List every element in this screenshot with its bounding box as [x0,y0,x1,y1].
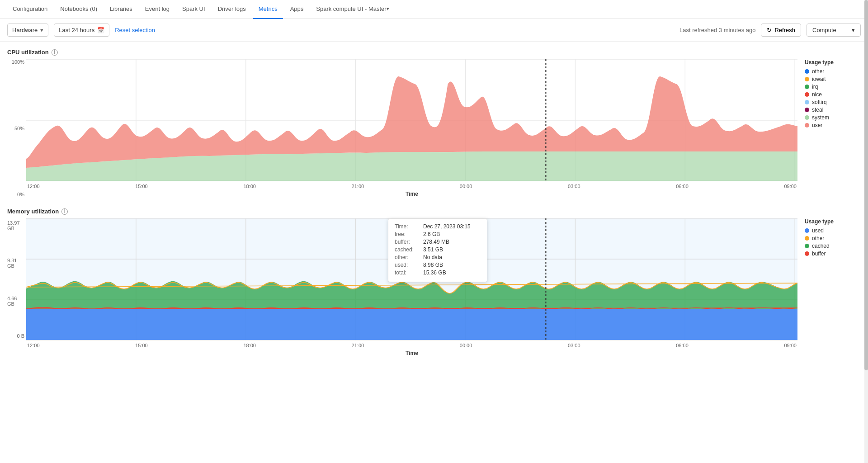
legend-dot-irq [805,85,809,89]
legend-dot-steal [805,108,809,112]
refresh-icon: ↻ [767,27,772,33]
memory-y-axis: 13.97 GB 9.31 GB 4.66 GB 0 B [7,218,26,340]
cpu-chart-container: 100% 50% 0% [7,59,861,197]
date-range-picker[interactable]: Last 24 hours 📅 [54,24,109,37]
nav-item-eventlog[interactable]: Event log [140,0,175,19]
mem-legend-dot-cached [805,244,809,248]
cpu-y-axis: 100% 50% 0% [7,59,26,197]
date-range-label: Last 24 hours [59,27,94,33]
hardware-label: Hardware [12,27,38,33]
compute-label: Compute [812,27,836,33]
main-content: CPU utilization i 100% 50% 0% [0,42,868,374]
cpu-chart-svg: 12:00 15:00 18:00 21:00 00:00 03:00 06:0… [26,59,797,197]
nav-item-notebooks[interactable]: Notebooks (0) [55,0,103,19]
memory-chart-title: Memory utilization i [7,208,861,215]
legend-dot-softirq [805,100,809,104]
scrollbar-track[interactable] [864,0,868,374]
mem-legend-item-other: other [805,235,861,241]
legend-item-steal: steal [805,107,861,113]
refresh-button[interactable]: ↻ Refresh [761,24,801,37]
legend-dot-user [805,123,809,128]
nav-item-configuration[interactable]: Configuration [7,0,53,19]
nav-item-driverlogs[interactable]: Driver logs [212,0,251,19]
calendar-icon: 📅 [97,27,104,33]
legend-item-nice: nice [805,91,861,98]
refresh-label: Refresh [774,27,795,33]
cpu-chart-title: CPU utilization i [7,49,861,56]
legend-dot-system [805,115,809,120]
mem-legend-item-buffer: buffer [805,250,861,257]
cpu-chart-section: CPU utilization i 100% 50% 0% [7,49,861,197]
legend-item-irq: irq [805,84,861,90]
legend-dot-iowait [805,77,809,81]
nav-item-libraries[interactable]: Libraries [104,0,138,19]
cpu-legend: Usage type other iowait irq nice [797,59,861,130]
memory-chart-container: 13.97 GB 9.31 GB 4.66 GB 0 B [7,218,861,356]
nav-bar: Configuration Notebooks (0) Libraries Ev… [0,0,868,19]
mem-legend-item-used: used [805,227,861,234]
compute-dropdown[interactable]: Compute ▾ [807,24,861,37]
legend-item-softirq: softirq [805,99,861,105]
chevron-down-icon-compute: ▾ [852,27,855,33]
nav-item-apps[interactable]: Apps [285,0,309,19]
memory-chart-section: Memory utilization i 13.97 GB 9.31 GB 4.… [7,208,861,356]
scrollbar-thumb[interactable] [864,0,868,370]
last-refreshed-text: Last refreshed 3 minutes ago [679,27,755,33]
toolbar: Hardware ▾ Last 24 hours 📅 Reset selecti… [0,19,868,42]
reset-selection-button[interactable]: Reset selection [115,27,155,33]
mem-legend-dot-used [805,228,809,233]
memory-chart-svg: Time: Dec 27, 2023 03:15 free: 2.6 GB bu… [26,218,797,356]
memory-x-title: Time [26,350,797,356]
cpu-x-labels: 12:00 15:00 18:00 21:00 00:00 03:00 06:0… [26,184,797,189]
memory-legend-title: Usage type [805,218,861,225]
memory-info-icon[interactable]: i [61,208,68,215]
cpu-legend-title: Usage type [805,59,861,66]
legend-item-user: user [805,122,861,128]
legend-item-other: other [805,68,861,75]
mem-legend-dot-buffer [805,251,809,256]
legend-dot-other [805,69,809,74]
cpu-x-title: Time [26,191,797,197]
cpu-info-icon[interactable]: i [52,49,58,56]
legend-dot-nice [805,92,809,97]
nav-item-sparkcompute[interactable]: Spark compute UI - Master [311,0,394,19]
nav-item-metrics[interactable]: Metrics [253,0,283,19]
hardware-select[interactable]: Hardware ▾ [7,24,48,37]
memory-svg [26,218,797,340]
memory-x-labels: 12:00 15:00 18:00 21:00 00:00 03:00 06:0… [26,343,797,348]
chevron-down-icon: ▾ [40,27,43,33]
legend-item-iowait: iowait [805,76,861,82]
nav-item-sparkui[interactable]: Spark UI [177,0,211,19]
legend-item-system: system [805,114,861,121]
cpu-svg [26,59,797,181]
mem-legend-dot-other [805,236,809,241]
memory-legend: Usage type used other cached buffer [797,218,861,258]
mem-legend-item-cached: cached [805,243,861,249]
